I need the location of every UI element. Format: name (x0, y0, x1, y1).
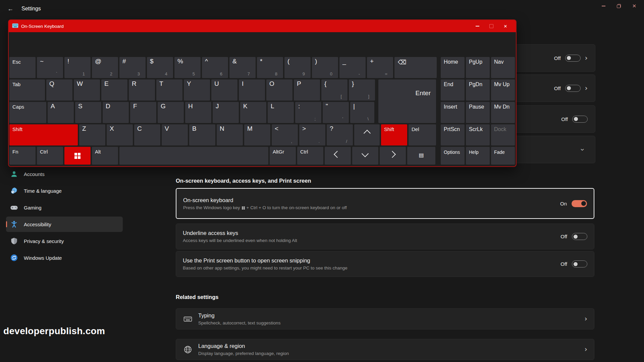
key-mv-dn[interactable]: Mv Dn (491, 102, 515, 123)
sidebar-item-time-language[interactable]: Time & language (6, 183, 123, 198)
key-alt[interactable]: Alt (92, 147, 118, 165)
key-arrow-down[interactable] (352, 147, 378, 165)
key-7[interactable]: &7 (229, 57, 256, 78)
key-caps[interactable]: Caps (9, 102, 46, 123)
key-space[interactable] (119, 147, 268, 165)
key-v[interactable]: V (162, 124, 188, 145)
key-y[interactable]: Y (184, 79, 210, 101)
on-screen-keyboard-row[interactable]: On-screen keyboard Press the Windows log… (176, 188, 594, 219)
key-windows[interactable] (64, 147, 91, 165)
key-3[interactable]: #3 (119, 57, 146, 78)
setting-toggle[interactable] (565, 55, 581, 62)
key-arrow-right[interactable] (380, 147, 406, 165)
key-fn[interactable]: Fn (9, 147, 36, 165)
sidebar-item-accounts[interactable]: Accounts (6, 166, 123, 182)
key-t[interactable]: T (156, 79, 182, 101)
key-g[interactable]: G (158, 102, 184, 123)
key-q[interactable]: Q (46, 79, 72, 101)
osk-maximize-button[interactable] (484, 21, 498, 31)
underline-access-keys-toggle[interactable] (572, 233, 587, 240)
key-d[interactable]: D (103, 102, 129, 123)
key-del[interactable]: Del (409, 124, 436, 145)
key-0[interactable]: )0 (312, 57, 338, 78)
back-button[interactable]: ← (5, 4, 16, 13)
key-9[interactable]: (9 (284, 57, 311, 78)
key-bracket-open[interactable]: {[ (321, 79, 347, 101)
osk-titlebar[interactable]: On-Screen Keyboard ✕ (9, 20, 516, 32)
underline-access-keys-row[interactable]: Underline access keys Access keys will b… (176, 224, 594, 249)
key-bracket-close[interactable]: }] (349, 79, 375, 101)
close-button[interactable]: ✕ (627, 0, 642, 12)
print-screen-row[interactable]: Use the Print screen button to open scre… (176, 251, 594, 277)
key-c[interactable]: C (134, 124, 160, 145)
key-semicolon[interactable]: :; (295, 102, 321, 123)
key-nav[interactable]: Nav (491, 57, 515, 78)
key-arrow-up[interactable] (354, 124, 380, 145)
key-help[interactable]: Help (466, 147, 490, 165)
key-shift-left[interactable]: Shift (9, 124, 78, 145)
language-region-row[interactable]: Language & region Display language, pref… (176, 339, 594, 360)
key-a[interactable]: A (48, 102, 74, 123)
typing-row[interactable]: Typing Spellcheck, autocorrect, text sug… (176, 308, 594, 329)
key-w[interactable]: W (74, 79, 100, 101)
key-menu[interactable]: ▤ (407, 147, 435, 165)
restore-button[interactable] (611, 0, 627, 12)
minimize-button[interactable] (596, 0, 611, 12)
key-slash[interactable]: ?/ (327, 124, 353, 145)
key-dock[interactable]: Dock (491, 124, 515, 145)
key-arrow-left[interactable] (325, 147, 351, 165)
key-shift-right[interactable]: Shift (381, 124, 407, 145)
key-b[interactable]: B (189, 124, 215, 145)
osk-minimize-button[interactable] (470, 21, 484, 31)
key-s[interactable]: S (75, 102, 101, 123)
key-prtscn[interactable]: PrtScn (441, 124, 465, 145)
key-enter[interactable]: Enter (378, 79, 436, 123)
key-5[interactable]: %5 (174, 57, 201, 78)
key-r[interactable]: R (129, 79, 155, 101)
setting-toggle[interactable] (565, 85, 581, 92)
key-n[interactable]: N (217, 124, 243, 145)
key-options[interactable]: Options (441, 147, 465, 165)
key-4[interactable]: $4 (147, 57, 173, 78)
key-e[interactable]: E (101, 79, 127, 101)
sidebar-item-accessibility[interactable]: Accessibility (6, 217, 123, 232)
key-2[interactable]: @2 (92, 57, 118, 78)
key-tab[interactable]: Tab (9, 79, 45, 101)
key-o[interactable]: O (266, 79, 292, 101)
key-h[interactable]: H (185, 102, 211, 123)
key-home[interactable]: Home (441, 57, 465, 78)
key-p[interactable]: P (294, 79, 320, 101)
key-j[interactable]: J (213, 102, 239, 123)
key-pause[interactable]: Pause (466, 102, 490, 123)
key-mv-up[interactable]: Mv Up (491, 79, 515, 101)
key-pgup[interactable]: PgUp (466, 57, 490, 78)
print-screen-toggle[interactable] (572, 260, 587, 267)
key-period[interactable]: >. (299, 124, 325, 145)
sidebar-item-privacy-security[interactable]: Privacy & security (6, 233, 123, 249)
key-m[interactable]: M (244, 124, 270, 145)
key-i[interactable]: I (239, 79, 265, 101)
key-equals[interactable]: += (367, 57, 393, 78)
key-k[interactable]: K (240, 102, 266, 123)
key-ctrl-right[interactable]: Ctrl (297, 147, 323, 165)
sidebar-item-windows-update[interactable]: Windows Update (6, 250, 123, 265)
on-screen-keyboard-toggle[interactable] (572, 200, 587, 207)
setting-toggle[interactable] (572, 116, 588, 123)
sidebar-item-gaming[interactable]: Gaming (6, 200, 123, 215)
key-x[interactable]: X (107, 124, 133, 145)
key-pgdn[interactable]: PgDn (466, 79, 490, 101)
key-l[interactable]: L (268, 102, 294, 123)
key-1[interactable]: !1 (64, 57, 91, 78)
key-apostrophe[interactable]: "' (323, 102, 349, 123)
key-z[interactable]: Z (79, 124, 105, 145)
key-ctrl-left[interactable]: Ctrl (37, 147, 63, 165)
key-8[interactable]: *8 (257, 57, 283, 78)
key-6[interactable]: ^6 (202, 57, 228, 78)
key-backspace[interactable]: ⌫ (394, 57, 437, 78)
key-esc[interactable]: Esc (9, 57, 36, 78)
key-backslash[interactable]: |\ (350, 102, 374, 123)
key-scrlk[interactable]: ScrLk (466, 124, 490, 145)
osk-close-button[interactable]: ✕ (498, 21, 513, 31)
key-f[interactable]: F (130, 102, 156, 123)
key-comma[interactable]: <, (272, 124, 298, 145)
